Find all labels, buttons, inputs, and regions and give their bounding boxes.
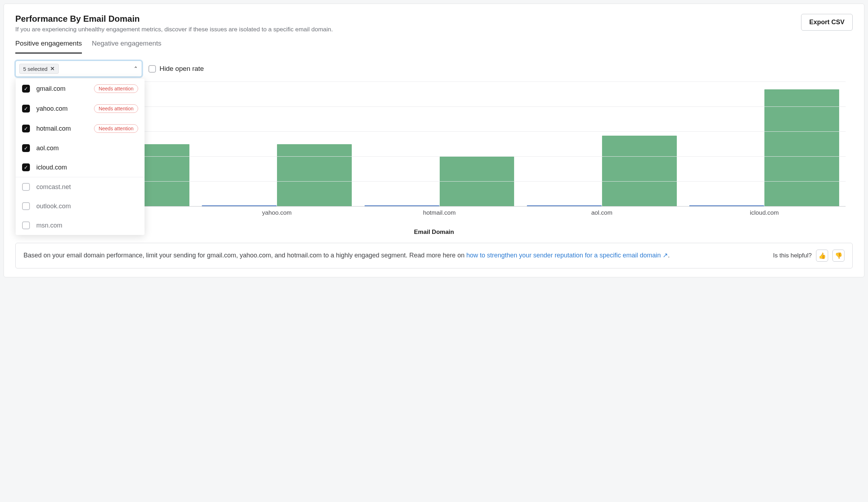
axis-baseline xyxy=(33,206,846,206)
thumbs-down-icon: 👎 xyxy=(835,252,842,260)
hide-open-rate-toggle[interactable]: Hide open rate xyxy=(148,65,204,73)
domain-option[interactable]: ✓aol.com xyxy=(16,138,145,158)
checkbox-checked-icon[interactable]: ✓ xyxy=(22,125,30,132)
thumbs-up-icon: 👍 xyxy=(819,252,826,260)
selection-chip-label: 5 selected xyxy=(23,66,47,72)
gridline xyxy=(33,156,846,157)
card-header: Performance By Email Domain If you are e… xyxy=(15,14,853,40)
feedback-prompt: Is this helpful? xyxy=(773,252,812,259)
option-label: yahoo.com xyxy=(36,105,68,113)
category-label: hotmail.com xyxy=(358,209,521,216)
bar-group: yahoo.com xyxy=(195,82,358,206)
option-left: ✓gmail.com xyxy=(22,85,66,93)
bar-group: icloud.com xyxy=(683,82,846,206)
checkbox-unchecked-icon[interactable] xyxy=(22,183,30,191)
bar-group: aol.com xyxy=(521,82,683,206)
header-text-block: Performance By Email Domain If you are e… xyxy=(15,14,333,40)
category-label: aol.com xyxy=(521,209,683,216)
chart-plot: gmail.comyahoo.comhotmail.comaol.comiclo… xyxy=(33,82,846,206)
option-left: msn.com xyxy=(22,221,62,229)
needs-attention-badge: Needs attention xyxy=(94,124,138,133)
checkbox-checked-icon[interactable]: ✓ xyxy=(22,105,30,113)
bar-open-rate[interactable] xyxy=(277,144,352,206)
checkbox-checked-icon[interactable]: ✓ xyxy=(22,163,30,171)
gridline xyxy=(33,181,846,182)
category-label: icloud.com xyxy=(683,209,846,216)
checkbox-icon xyxy=(148,65,156,73)
domain-option[interactable]: ✓gmail.comNeeds attention xyxy=(16,79,145,99)
needs-attention-badge: Needs attention xyxy=(94,104,138,113)
option-left: ✓hotmail.com xyxy=(22,125,71,132)
card-title: Performance By Email Domain xyxy=(15,14,333,24)
checkbox-checked-icon[interactable]: ✓ xyxy=(22,144,30,152)
bar-group: hotmail.com xyxy=(358,82,521,206)
option-left: ✓aol.com xyxy=(22,144,59,152)
bar-open-rate[interactable] xyxy=(602,136,677,207)
chart-bars: gmail.comyahoo.comhotmail.comaol.comiclo… xyxy=(33,82,846,206)
domain-dropdown[interactable]: ✓gmail.comNeeds attention✓yahoo.comNeeds… xyxy=(16,79,145,235)
chevron-up-icon: ⌃ xyxy=(134,66,138,72)
checkbox-unchecked-icon[interactable] xyxy=(22,202,30,210)
option-left: ✓yahoo.com xyxy=(22,105,68,113)
option-label: outlook.com xyxy=(36,203,71,210)
bar-open-rate[interactable] xyxy=(440,157,514,206)
domain-option[interactable]: msn.com xyxy=(16,216,145,235)
option-label: icloud.com xyxy=(36,164,67,171)
domain-option[interactable]: ✓icloud.com xyxy=(16,158,145,177)
option-label: aol.com xyxy=(36,145,59,152)
insight-callout: Based on your email domain performance, … xyxy=(15,243,853,268)
option-label: comcast.net xyxy=(36,183,71,191)
chart-controls: 5 selected ✕ ⌃ Hide open rate xyxy=(15,61,853,77)
insight-prefix: Based on your email domain performance, … xyxy=(23,252,466,259)
selection-chip[interactable]: 5 selected ✕ xyxy=(19,64,59,74)
option-left: comcast.net xyxy=(22,183,71,191)
external-link-icon: ↗ xyxy=(663,252,668,259)
insight-suffix: . xyxy=(668,252,670,259)
tab-negative-engagements[interactable]: Negative engagements xyxy=(92,40,161,54)
hide-open-rate-label: Hide open rate xyxy=(160,65,204,73)
bar-open-rate[interactable] xyxy=(764,89,839,206)
domain-option[interactable]: outlook.com xyxy=(16,197,145,216)
insight-text: Based on your email domain performance, … xyxy=(23,251,762,261)
domain-option[interactable]: ✓yahoo.comNeeds attention xyxy=(16,99,145,119)
thumbs-up-button[interactable]: 👍 xyxy=(816,250,828,262)
domain-option[interactable]: comcast.net xyxy=(16,177,145,197)
domain-multiselect[interactable]: 5 selected ✕ ⌃ xyxy=(15,61,142,77)
clear-selection-icon[interactable]: ✕ xyxy=(50,66,55,72)
checkbox-unchecked-icon[interactable] xyxy=(22,221,30,229)
checkbox-checked-icon[interactable]: ✓ xyxy=(22,85,30,93)
option-label: hotmail.com xyxy=(36,125,71,132)
option-label: msn.com xyxy=(36,222,62,229)
thumbs-down-button[interactable]: 👎 xyxy=(832,250,845,262)
category-label: yahoo.com xyxy=(195,209,358,216)
engagement-tabs: Positive engagements Negative engagement… xyxy=(15,40,853,54)
option-label: gmail.com xyxy=(36,85,66,93)
card-subtitle: If you are experiencing unhealthy engage… xyxy=(15,26,333,33)
gridline xyxy=(33,131,846,132)
gridline xyxy=(33,106,846,107)
export-csv-button[interactable]: Export CSV xyxy=(801,14,853,31)
domain-option[interactable]: ✓hotmail.comNeeds attention xyxy=(16,119,145,138)
feedback-controls: Is this helpful? 👍 👎 xyxy=(773,250,845,262)
option-left: ✓icloud.com xyxy=(22,163,67,171)
tab-positive-engagements[interactable]: Positive engagements xyxy=(15,40,82,54)
option-left: outlook.com xyxy=(22,202,71,210)
needs-attention-badge: Needs attention xyxy=(94,84,138,93)
insight-link[interactable]: how to strengthen your sender reputation… xyxy=(466,252,668,259)
performance-card: Performance By Email Domain If you are e… xyxy=(4,4,864,277)
gridline xyxy=(33,82,846,82)
